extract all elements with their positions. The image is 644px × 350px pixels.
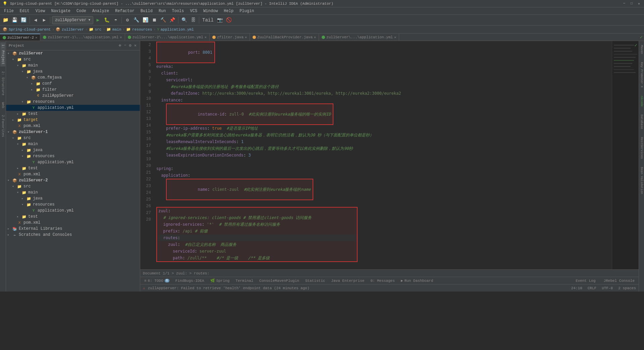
tree-item-test-2[interactable]: ▸ 📁 test [6, 165, 140, 171]
tree-item-yaml-1[interactable]: Y application.yml [6, 105, 140, 111]
toolbar-save-btn[interactable]: 💾 [10, 16, 19, 24]
run-with-coverage-btn[interactable]: ☂ [112, 16, 120, 24]
tree-item-resources-1[interactable]: ▾ 📁 resources [6, 99, 140, 105]
expand-arrow[interactable]: ▾ [7, 178, 12, 182]
menu-edit[interactable]: Edit [17, 8, 32, 14]
expand-arrow[interactable]: ▾ [7, 51, 12, 55]
sidebar-sync-btn[interactable]: ⊕ [118, 42, 122, 49]
toolbar-back-btn[interactable]: ◀ [32, 16, 40, 24]
status-indent[interactable]: 2 spaces [618, 286, 636, 290]
bottom-tab-findbugs[interactable]: FindBugs-IDEA [173, 277, 207, 284]
menu-plugin[interactable]: Plugin [237, 8, 257, 14]
expand-arrow[interactable]: ▾ [12, 57, 17, 61]
bottom-tab-run-dashboard[interactable]: ▶ Run Dashboard [398, 277, 436, 284]
expand-arrow[interactable]: ▸ [17, 112, 21, 116]
toolbar-search-btn[interactable]: 🔍 [180, 16, 189, 24]
menu-window[interactable]: Window [201, 8, 220, 14]
tab-zullserver1-yaml[interactable]: zullServer-1\...\application.yml ✕ [40, 34, 125, 41]
tab-close-icon[interactable]: ✕ [35, 36, 37, 40]
tree-item-java-2[interactable]: ▸ 📁 java [6, 147, 140, 153]
expand-arrow[interactable]: ▸ [21, 196, 26, 201]
minimize-button[interactable]: ─ [622, 1, 627, 6]
expand-arrow[interactable]: ▸ [7, 233, 12, 237]
code-editor[interactable]: port: 8001 eureka: client: serviceUrl: [154, 41, 612, 269]
breadcrumb-main[interactable]: main [112, 28, 121, 32]
sidebar-close-btn[interactable]: ✕ [133, 42, 137, 49]
bottom-tab-terminal[interactable]: Terminal [233, 277, 256, 284]
menu-navigate[interactable]: Navigate [48, 8, 73, 14]
expand-arrow[interactable]: ▾ [12, 136, 17, 140]
toolbar-photo-btn[interactable]: 📷 [216, 16, 224, 24]
toolbar-extra-6[interactable]: 📌 [168, 16, 176, 24]
expand-arrow[interactable]: ▾ [21, 70, 26, 74]
bottom-tab-todo[interactable]: ≡ 6: TODO 6 [142, 277, 172, 284]
expand-arrow[interactable]: ▸ [17, 215, 21, 219]
tree-item-target[interactable]: ▸ 📁 target [6, 117, 140, 123]
bottom-tab-statistic[interactable]: Statistic [303, 277, 328, 284]
breadcrumb-file[interactable]: application.yml [161, 28, 194, 32]
tree-item-src-2[interactable]: ▾ 📁 src [6, 135, 140, 141]
tab-zuulfallback[interactable]: ZuulFallBackProvider.java ✕ [250, 34, 319, 41]
status-crlf[interactable]: CRLF [588, 286, 596, 290]
toolbar-extra-2[interactable]: 🔧 [132, 16, 141, 24]
tab-zullserver2[interactable]: zullServer-2 ✕ [0, 34, 40, 41]
toolbar-sync-btn[interactable]: 🔄 [19, 16, 28, 24]
menu-vcs[interactable]: VCS [187, 8, 200, 14]
tree-item-zullappserver[interactable]: C zullAppServer [6, 93, 140, 99]
menu-tools[interactable]: Tools [169, 8, 187, 14]
right-panel-nkcode[interactable]: nkcode [639, 93, 644, 109]
tree-item-src-3[interactable]: ▾ 📁 src [6, 183, 140, 189]
expand-arrow[interactable]: ▾ [12, 184, 17, 188]
bottom-tab-java-enterprise[interactable]: Java Enterprise [328, 277, 367, 284]
tree-item-pom-3[interactable]: X pom.xml [6, 220, 140, 226]
tab-close-icon-6[interactable]: ✕ [394, 35, 396, 39]
right-panel-rest[interactable]: RestServices [639, 134, 644, 162]
run-btn[interactable]: ▶ [94, 16, 102, 24]
menu-file[interactable]: File [1, 8, 16, 14]
menu-code[interactable]: Code [74, 8, 89, 14]
expand-arrow[interactable]: ▾ [21, 203, 26, 207]
tree-item-test-3[interactable]: ▸ 📁 test [6, 214, 140, 220]
sidebar-collapse-btn[interactable]: − [123, 42, 127, 49]
toolbar-no-btn[interactable]: 🚫 [225, 16, 233, 24]
toolbar-extra-3[interactable]: 📊 [141, 16, 150, 24]
tree-item-conf[interactable]: ▸ 📁 conf [6, 81, 140, 87]
tree-item-external-libs[interactable]: ▸ 📚 External Libraries [6, 226, 140, 232]
expand-arrow[interactable]: ▸ [31, 88, 36, 92]
expand-arrow[interactable]: ▾ [26, 76, 31, 80]
toolbar-db-btn[interactable]: 🗄 [189, 16, 197, 24]
jrebel-console-tab[interactable]: JRebel Console [601, 277, 637, 284]
toolbar-extra-4[interactable]: ⏹ [150, 16, 158, 24]
tree-item-com-fmjava[interactable]: ▾ 📦 com.fmjava [6, 75, 140, 81]
tree-item-pom-1[interactable]: X pom.xml [6, 123, 140, 129]
toolbar-tail-btn[interactable]: Tail [201, 16, 215, 24]
tree-item-resources-3[interactable]: ▾ 📁 resources [6, 202, 140, 208]
right-panel-database[interactable]: Database [639, 112, 644, 132]
tree-item-test-1[interactable]: ▸ 📁 test [6, 111, 140, 117]
status-encoding[interactable]: UTF-8 [602, 286, 613, 290]
bottom-tab-messages[interactable]: 0: Messages [368, 277, 397, 284]
tree-item-resources-2[interactable]: ▾ 📁 resources [6, 153, 140, 159]
right-panel-maven[interactable]: Maven [639, 42, 644, 57]
expand-arrow[interactable]: ▾ [17, 63, 21, 68]
menu-analyze[interactable]: Analyze [90, 8, 112, 14]
bottom-tab-spring[interactable]: 🌿 Spring [208, 277, 232, 284]
expand-arrow[interactable]: ▾ [17, 190, 21, 194]
left-icon-favorites[interactable]: 2-Favorites [0, 113, 5, 139]
menu-help[interactable]: Help [221, 8, 236, 14]
tab-zullserver2-yaml[interactable]: zullServer-2\...\application.yml ✕ [125, 34, 210, 41]
expand-arrow[interactable]: ▾ [17, 142, 21, 146]
tree-item-java-3[interactable]: ▸ 📁 java [6, 195, 140, 202]
tab-zullserver-yaml[interactable]: zullServer\...\application.yml ✕ [319, 34, 399, 41]
event-log-tab[interactable]: Event Log [573, 277, 598, 284]
expand-arrow[interactable]: ▸ [21, 148, 26, 152]
expand-arrow[interactable]: ▸ [7, 227, 12, 231]
expand-arrow[interactable]: ▾ [21, 100, 26, 104]
tree-item-yaml-3[interactable]: Y application.yml [6, 208, 140, 214]
tab-close-icon-2[interactable]: ✕ [120, 35, 122, 39]
sidebar-settings-btn[interactable]: ⚙ [128, 42, 132, 49]
tree-item-zullserver2[interactable]: ▾ 📦 zullServer-2 [6, 177, 140, 183]
expand-arrow[interactable]: ▸ [17, 166, 21, 170]
tree-item-zullserver[interactable]: ▾ 📦 zullServer [6, 50, 140, 56]
tree-item-zullserver1[interactable]: ▾ 📦 zullServer-1 [6, 129, 140, 135]
